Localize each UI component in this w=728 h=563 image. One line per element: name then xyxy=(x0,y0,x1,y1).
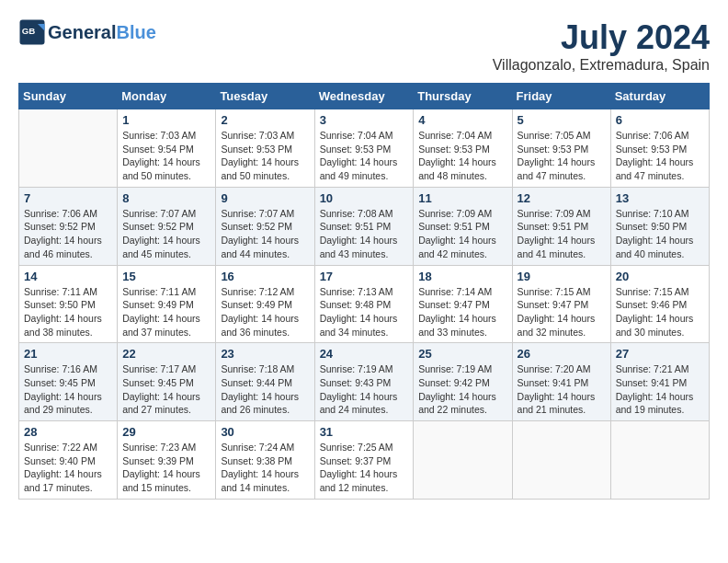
day-info: Sunrise: 7:20 AMSunset: 9:41 PMDaylight:… xyxy=(518,362,606,417)
day-info: Sunrise: 7:11 AMSunset: 9:49 PMDaylight:… xyxy=(122,285,210,339)
day-info: Sunrise: 7:15 AMSunset: 9:47 PMDaylight:… xyxy=(518,285,606,339)
day-info: Sunrise: 7:19 AMSunset: 9:42 PMDaylight:… xyxy=(418,362,506,417)
day-number: 30 xyxy=(221,425,309,439)
day-number: 17 xyxy=(320,270,409,283)
day-number: 2 xyxy=(221,113,309,127)
day-number: 7 xyxy=(24,191,112,205)
day-info: Sunrise: 7:18 AMSunset: 9:44 PMDaylight:… xyxy=(221,362,309,417)
day-number: 4 xyxy=(418,113,506,127)
calendar-cell: 4Sunrise: 7:04 AMSunset: 9:53 PMDaylight… xyxy=(414,109,512,188)
calendar-cell: 12Sunrise: 7:09 AMSunset: 9:51 PMDayligh… xyxy=(512,187,610,265)
calendar-cell xyxy=(19,109,118,188)
calendar-cell: 19Sunrise: 7:15 AMSunset: 9:47 PMDayligh… xyxy=(512,265,610,343)
column-header-thursday: Thursday xyxy=(414,84,512,109)
calendar-cell: 2Sunrise: 7:03 AMSunset: 9:53 PMDaylight… xyxy=(216,109,314,188)
page-header: GB GeneralBlue July 2024 Villagonzalo, E… xyxy=(18,18,710,74)
day-number: 26 xyxy=(518,347,606,361)
day-number: 25 xyxy=(418,347,506,361)
day-number: 1 xyxy=(122,113,210,127)
calendar-cell: 9Sunrise: 7:07 AMSunset: 9:52 PMDaylight… xyxy=(216,187,314,265)
day-info: Sunrise: 7:07 AMSunset: 9:52 PMDaylight:… xyxy=(221,207,309,261)
calendar-cell: 28Sunrise: 7:22 AMSunset: 9:40 PMDayligh… xyxy=(19,421,118,500)
calendar-cell: 22Sunrise: 7:17 AMSunset: 9:45 PMDayligh… xyxy=(118,343,216,421)
day-number: 11 xyxy=(418,191,506,205)
day-info: Sunrise: 7:23 AMSunset: 9:39 PMDaylight:… xyxy=(122,441,210,495)
day-number: 15 xyxy=(122,270,210,283)
month-year-title: July 2024 xyxy=(493,18,710,57)
day-number: 6 xyxy=(616,113,704,127)
day-info: Sunrise: 7:03 AMSunset: 9:54 PMDaylight:… xyxy=(122,129,210,183)
calendar-cell: 1Sunrise: 7:03 AMSunset: 9:54 PMDaylight… xyxy=(118,109,216,188)
calendar-cell: 21Sunrise: 7:16 AMSunset: 9:45 PMDayligh… xyxy=(19,343,118,421)
day-info: Sunrise: 7:03 AMSunset: 9:53 PMDaylight:… xyxy=(221,129,309,183)
calendar-cell: 6Sunrise: 7:06 AMSunset: 9:53 PMDaylight… xyxy=(610,109,709,188)
calendar-cell xyxy=(512,421,610,500)
calendar-cell: 25Sunrise: 7:19 AMSunset: 9:42 PMDayligh… xyxy=(414,343,512,421)
day-info: Sunrise: 7:12 AMSunset: 9:49 PMDaylight:… xyxy=(221,285,309,339)
day-number: 28 xyxy=(24,425,112,439)
day-number: 31 xyxy=(320,425,409,439)
calendar-cell: 27Sunrise: 7:21 AMSunset: 9:41 PMDayligh… xyxy=(610,343,709,421)
day-info: Sunrise: 7:22 AMSunset: 9:40 PMDaylight:… xyxy=(24,441,112,495)
calendar-cell: 31Sunrise: 7:25 AMSunset: 9:37 PMDayligh… xyxy=(314,421,414,500)
day-number: 12 xyxy=(518,191,606,205)
day-number: 22 xyxy=(122,347,210,361)
calendar-cell: 30Sunrise: 7:24 AMSunset: 9:38 PMDayligh… xyxy=(216,421,314,500)
day-number: 16 xyxy=(221,270,309,283)
day-info: Sunrise: 7:05 AMSunset: 9:53 PMDaylight:… xyxy=(518,129,606,183)
day-info: Sunrise: 7:09 AMSunset: 9:51 PMDaylight:… xyxy=(518,207,606,261)
calendar-week-row: 28Sunrise: 7:22 AMSunset: 9:40 PMDayligh… xyxy=(19,421,710,500)
title-block: July 2024 Villagonzalo, Extremadura, Spa… xyxy=(493,18,710,74)
logo-general: General xyxy=(48,22,116,42)
day-number: 20 xyxy=(616,270,704,283)
calendar-cell: 5Sunrise: 7:05 AMSunset: 9:53 PMDaylight… xyxy=(512,109,610,188)
calendar-week-row: 21Sunrise: 7:16 AMSunset: 9:45 PMDayligh… xyxy=(19,343,710,421)
calendar-cell: 17Sunrise: 7:13 AMSunset: 9:48 PMDayligh… xyxy=(314,265,414,343)
day-info: Sunrise: 7:08 AMSunset: 9:51 PMDaylight:… xyxy=(320,207,409,261)
column-header-saturday: Saturday xyxy=(610,84,709,109)
calendar-cell: 20Sunrise: 7:15 AMSunset: 9:46 PMDayligh… xyxy=(610,265,709,343)
calendar-cell: 3Sunrise: 7:04 AMSunset: 9:53 PMDaylight… xyxy=(314,109,414,188)
day-info: Sunrise: 7:10 AMSunset: 9:50 PMDaylight:… xyxy=(616,207,704,261)
day-info: Sunrise: 7:17 AMSunset: 9:45 PMDaylight:… xyxy=(122,362,210,417)
calendar-week-row: 14Sunrise: 7:11 AMSunset: 9:50 PMDayligh… xyxy=(19,265,710,343)
calendar-header-row: SundayMondayTuesdayWednesdayThursdayFrid… xyxy=(19,84,710,109)
calendar-cell: 14Sunrise: 7:11 AMSunset: 9:50 PMDayligh… xyxy=(19,265,118,343)
calendar-week-row: 1Sunrise: 7:03 AMSunset: 9:54 PMDaylight… xyxy=(19,109,710,188)
day-number: 3 xyxy=(320,113,409,127)
day-info: Sunrise: 7:07 AMSunset: 9:52 PMDaylight:… xyxy=(122,207,210,261)
location-subtitle: Villagonzalo, Extremadura, Spain xyxy=(493,57,710,74)
calendar-cell: 10Sunrise: 7:08 AMSunset: 9:51 PMDayligh… xyxy=(314,187,414,265)
day-info: Sunrise: 7:15 AMSunset: 9:46 PMDaylight:… xyxy=(616,285,704,339)
calendar-cell: 15Sunrise: 7:11 AMSunset: 9:49 PMDayligh… xyxy=(118,265,216,343)
day-info: Sunrise: 7:19 AMSunset: 9:43 PMDaylight:… xyxy=(320,362,409,417)
svg-text:GB: GB xyxy=(22,26,36,36)
calendar-cell: 11Sunrise: 7:09 AMSunset: 9:51 PMDayligh… xyxy=(414,187,512,265)
day-number: 29 xyxy=(122,425,210,439)
column-header-sunday: Sunday xyxy=(19,84,118,109)
day-number: 9 xyxy=(221,191,309,205)
calendar-cell: 26Sunrise: 7:20 AMSunset: 9:41 PMDayligh… xyxy=(512,343,610,421)
calendar-cell: 8Sunrise: 7:07 AMSunset: 9:52 PMDaylight… xyxy=(118,187,216,265)
calendar-cell: 18Sunrise: 7:14 AMSunset: 9:47 PMDayligh… xyxy=(414,265,512,343)
day-info: Sunrise: 7:13 AMSunset: 9:48 PMDaylight:… xyxy=(320,285,409,339)
calendar-cell xyxy=(610,421,709,500)
calendar-cell xyxy=(414,421,512,500)
day-info: Sunrise: 7:04 AMSunset: 9:53 PMDaylight:… xyxy=(418,129,506,183)
day-info: Sunrise: 7:06 AMSunset: 9:53 PMDaylight:… xyxy=(616,129,704,183)
column-header-monday: Monday xyxy=(118,84,216,109)
day-info: Sunrise: 7:16 AMSunset: 9:45 PMDaylight:… xyxy=(24,362,112,417)
day-info: Sunrise: 7:06 AMSunset: 9:52 PMDaylight:… xyxy=(24,207,112,261)
day-number: 18 xyxy=(418,270,506,283)
day-number: 13 xyxy=(616,191,704,205)
day-number: 5 xyxy=(518,113,606,127)
column-header-friday: Friday xyxy=(512,84,610,109)
day-number: 23 xyxy=(221,347,309,361)
calendar-cell: 7Sunrise: 7:06 AMSunset: 9:52 PMDaylight… xyxy=(19,187,118,265)
calendar-cell: 29Sunrise: 7:23 AMSunset: 9:39 PMDayligh… xyxy=(118,421,216,500)
day-info: Sunrise: 7:04 AMSunset: 9:53 PMDaylight:… xyxy=(320,129,409,183)
day-number: 14 xyxy=(24,270,112,283)
day-info: Sunrise: 7:14 AMSunset: 9:47 PMDaylight:… xyxy=(418,285,506,339)
day-number: 10 xyxy=(320,191,409,205)
column-header-tuesday: Tuesday xyxy=(216,84,314,109)
